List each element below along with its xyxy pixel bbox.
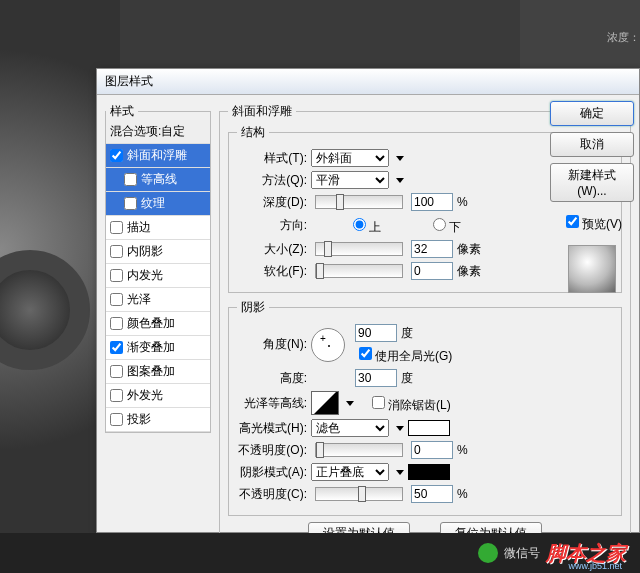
method-select[interactable]: 平滑 xyxy=(311,171,389,189)
altitude-input[interactable] xyxy=(355,369,397,387)
footer: 微信号 脚本之家 www.jb51.net xyxy=(0,533,640,573)
style-bevel[interactable]: 斜面和浮雕 xyxy=(106,144,210,168)
shadow-mode-select[interactable]: 正片叠底 xyxy=(311,463,389,481)
dropdown-icon xyxy=(396,156,404,161)
highlight-opacity-slider[interactable] xyxy=(315,443,403,457)
inner-glow-checkbox[interactable] xyxy=(110,269,123,282)
direction-down[interactable]: 下 xyxy=(391,215,461,236)
style-stroke[interactable]: 描边 xyxy=(106,216,210,240)
style-blend-options[interactable]: 混合选项:自定 xyxy=(106,120,210,144)
size-input[interactable] xyxy=(411,240,453,258)
shadow-opacity-input[interactable] xyxy=(411,485,453,503)
style-satin[interactable]: 光泽 xyxy=(106,288,210,312)
wechat-icon xyxy=(478,543,498,563)
satin-checkbox[interactable] xyxy=(110,293,123,306)
inner-shadow-checkbox[interactable] xyxy=(110,245,123,258)
styles-legend: 样式 xyxy=(106,103,138,120)
style-select[interactable]: 外斜面 xyxy=(311,149,389,167)
outer-glow-checkbox[interactable] xyxy=(110,389,123,402)
new-style-button[interactable]: 新建样式(W)... xyxy=(550,163,634,202)
style-contour[interactable]: 等高线 xyxy=(106,168,210,192)
style-list: 混合选项:自定 斜面和浮雕 等高线 纹理 描边 内阴影 内发光 光泽 颜色叠加 … xyxy=(106,120,210,432)
direction-up[interactable]: 上 xyxy=(311,215,381,236)
depth-slider[interactable] xyxy=(315,195,403,209)
weixin-label: 微信号 xyxy=(504,545,540,562)
global-light-check[interactable]: 使用全局光(G) xyxy=(355,344,452,365)
size-slider[interactable] xyxy=(315,242,403,256)
texture-checkbox[interactable] xyxy=(124,197,137,210)
style-inner-shadow[interactable]: 内阴影 xyxy=(106,240,210,264)
color-overlay-checkbox[interactable] xyxy=(110,317,123,330)
contour-checkbox[interactable] xyxy=(124,173,137,186)
bevel-checkbox[interactable] xyxy=(110,149,123,162)
preview-thumbnail xyxy=(568,245,616,293)
style-pattern-overlay[interactable]: 图案叠加 xyxy=(106,360,210,384)
stroke-checkbox[interactable] xyxy=(110,221,123,234)
soften-slider[interactable] xyxy=(315,264,403,278)
dropdown-icon xyxy=(396,178,404,183)
angle-input[interactable] xyxy=(355,324,397,342)
highlight-mode-select[interactable]: 滤色 xyxy=(311,419,389,437)
dropdown-icon xyxy=(346,401,354,406)
shading-group: 阴影 角度(N): 度 使用全局光(G) 高度:度 光泽等高线:消除锯齿(L) … xyxy=(228,299,622,516)
ok-button[interactable]: 确定 xyxy=(550,101,634,126)
concentration-label: 浓度： xyxy=(607,30,640,45)
style-gradient-overlay[interactable]: 渐变叠加 xyxy=(106,336,210,360)
soften-input[interactable] xyxy=(411,262,453,280)
preview-check[interactable]: 预览(V) xyxy=(562,212,640,233)
dropdown-icon xyxy=(396,470,404,475)
app-toolbar: 浓度： xyxy=(520,0,640,70)
layer-style-dialog: 图层样式 样式 混合选项:自定 斜面和浮雕 等高线 纹理 描边 内阴影 内发光 … xyxy=(96,68,640,533)
antialias-check[interactable]: 消除锯齿(L) xyxy=(368,393,451,414)
site-url: www.jb51.net xyxy=(568,561,622,571)
style-outer-glow[interactable]: 外发光 xyxy=(106,384,210,408)
gradient-overlay-checkbox[interactable] xyxy=(110,341,123,354)
dialog-title: 图层样式 xyxy=(97,69,639,95)
drop-shadow-checkbox[interactable] xyxy=(110,413,123,426)
style-inner-glow[interactable]: 内发光 xyxy=(106,264,210,288)
shadow-color-swatch[interactable] xyxy=(408,464,450,480)
cancel-button[interactable]: 取消 xyxy=(550,132,634,157)
highlight-color-swatch[interactable] xyxy=(408,420,450,436)
angle-dial[interactable] xyxy=(311,328,345,362)
depth-input[interactable] xyxy=(411,193,453,211)
pattern-overlay-checkbox[interactable] xyxy=(110,365,123,378)
dropdown-icon xyxy=(396,426,404,431)
highlight-opacity-input[interactable] xyxy=(411,441,453,459)
shadow-opacity-slider[interactable] xyxy=(315,487,403,501)
style-drop-shadow[interactable]: 投影 xyxy=(106,408,210,432)
style-color-overlay[interactable]: 颜色叠加 xyxy=(106,312,210,336)
style-texture[interactable]: 纹理 xyxy=(106,192,210,216)
gloss-contour-picker[interactable] xyxy=(311,391,339,415)
